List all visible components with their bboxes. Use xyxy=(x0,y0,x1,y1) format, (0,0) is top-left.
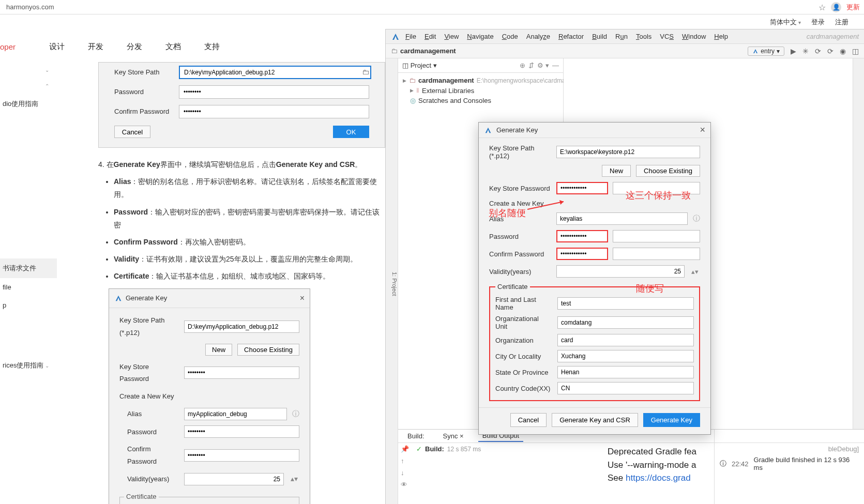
sidebar-item[interactable]: 书请求文件 xyxy=(0,258,57,278)
label-password: Password xyxy=(114,86,174,98)
input-alias[interactable] xyxy=(184,408,287,420)
close-icon[interactable]: × xyxy=(300,291,305,306)
sidebar-item[interactable]: ⌄ xyxy=(0,62,57,78)
nav-develop[interactable]: 开发 xyxy=(88,42,103,52)
menu-refactor[interactable]: Refactor xyxy=(555,32,587,41)
choose-existing-button[interactable]: Choose Existing xyxy=(237,344,299,356)
choose-existing-button[interactable]: Choose Existing xyxy=(636,165,700,177)
debug-icon[interactable]: ✳ xyxy=(802,47,809,55)
menu-analyze[interactable]: Analyze xyxy=(523,32,553,41)
doc-content: Key Store Path 🗀 Password Confirm Passwo… xyxy=(98,62,385,504)
nav-docs[interactable]: 文档 xyxy=(165,42,181,52)
cancel-button[interactable]: Cancel xyxy=(510,413,547,427)
sidebar-item[interactable]: ⌃ xyxy=(0,78,57,94)
stop-icon[interactable]: ◉ xyxy=(840,47,846,55)
arrow-down-icon[interactable]: ↓ xyxy=(401,469,409,477)
sidebar-item[interactable]: p xyxy=(0,296,57,314)
label-keystore-path: Key Store Path (*.p12) xyxy=(119,314,179,339)
input-validity[interactable] xyxy=(184,473,284,485)
pin-icon[interactable]: 📌 xyxy=(401,445,409,453)
input-ks-password[interactable] xyxy=(556,182,608,194)
login-link[interactable]: 登录 xyxy=(811,18,825,27)
coverage-icon[interactable]: ⟳ xyxy=(815,47,821,55)
tree-root[interactable]: ▶🗀 cardmanagement E:\hongmengworkspace\c… xyxy=(401,75,560,85)
generate-key-csr-button[interactable]: Generate Key and CSR xyxy=(552,413,638,427)
ok-button[interactable]: OK xyxy=(333,126,369,138)
new-button[interactable]: New xyxy=(205,344,232,356)
input-ks-password[interactable] xyxy=(184,366,299,379)
input-confirm-password[interactable] xyxy=(179,105,369,118)
new-button[interactable]: New xyxy=(602,165,631,177)
folder-icon[interactable]: 🗀 xyxy=(362,66,369,79)
input-confirm-password-ext[interactable] xyxy=(613,248,700,260)
arrow-up-icon[interactable]: ↑ xyxy=(401,457,409,465)
menu-file[interactable]: File xyxy=(402,32,419,41)
menu-window[interactable]: Window xyxy=(679,32,709,41)
input-keystore-path[interactable] xyxy=(179,66,371,79)
run-config-selector[interactable]: entry ▾ xyxy=(748,47,784,56)
ide-menu-bar: File Edit View Navigate Code Analyze Ref… xyxy=(386,29,864,44)
chevron-down-icon: ⌄ xyxy=(45,363,49,369)
collapse-icon[interactable]: ⇵ xyxy=(528,62,534,69)
close-icon[interactable]: × xyxy=(700,125,705,135)
menu-edit[interactable]: Edit xyxy=(421,32,439,41)
arrow-icon xyxy=(527,199,569,212)
input-country[interactable] xyxy=(557,382,694,394)
generate-key-button[interactable]: Generate Key xyxy=(643,413,700,427)
input-state[interactable] xyxy=(557,366,694,378)
input-name[interactable] xyxy=(557,297,694,310)
spinner-icon[interactable]: ▴▾ xyxy=(289,472,299,485)
menu-help[interactable]: Help xyxy=(711,32,731,41)
profile-icon[interactable]: ⟳ xyxy=(827,47,833,55)
settings-icon[interactable]: ⚙ ▾ xyxy=(537,62,549,69)
sidebar-item[interactable]: file xyxy=(0,278,57,296)
input-keystore-path[interactable] xyxy=(184,320,299,333)
build-panel: Build: Sync × Build Output 📌 ↑ ↓ 👁 ✓ Bui… xyxy=(398,429,864,504)
input-password[interactable] xyxy=(179,85,369,99)
input-password-ext[interactable] xyxy=(613,230,700,242)
input-city[interactable] xyxy=(557,350,694,362)
menu-navigate[interactable]: Navigate xyxy=(464,32,496,41)
run-icon[interactable]: ▶ xyxy=(791,47,796,55)
menu-build[interactable]: Build xyxy=(589,32,610,41)
target-icon[interactable]: ⊕ xyxy=(520,62,525,69)
spinner-icon[interactable]: ▴▾ xyxy=(690,268,700,276)
nav-design[interactable]: 设计 xyxy=(49,42,65,52)
sidebar-item[interactable]: rices使用指南⌄ xyxy=(0,356,57,375)
nav-support[interactable]: 支持 xyxy=(204,42,220,52)
label-validity: Validity(years) xyxy=(127,473,179,485)
input-keystore-path[interactable] xyxy=(556,146,700,158)
label-org: Organization xyxy=(495,337,552,344)
update-button[interactable]: 更新 xyxy=(846,3,860,12)
tree-ext-libs[interactable]: ▶⫴ External Libraries xyxy=(401,85,560,96)
input-org[interactable] xyxy=(557,334,694,346)
menu-view[interactable]: View xyxy=(441,32,462,41)
sidebar-item[interactable]: dio使用指南 xyxy=(0,94,57,114)
menu-run[interactable]: Run xyxy=(612,32,631,41)
label-confirm-password: Confirm Password xyxy=(489,250,551,258)
hide-icon[interactable]: — xyxy=(552,62,559,69)
language-dropdown[interactable]: 简体中文 xyxy=(770,18,801,27)
cancel-button[interactable]: Cancel xyxy=(114,126,150,138)
nav-distribute[interactable]: 分发 xyxy=(127,42,142,52)
help-icon[interactable]: ⓘ xyxy=(292,407,299,420)
menu-code[interactable]: Code xyxy=(499,32,521,41)
input-confirm-password[interactable] xyxy=(556,248,608,260)
user-avatar-icon[interactable]: 👤 xyxy=(831,2,841,12)
input-confirm-password[interactable] xyxy=(184,449,299,462)
input-password[interactable] xyxy=(556,230,608,242)
eye-icon[interactable]: 👁 xyxy=(401,481,409,488)
menu-vcs[interactable]: VCS xyxy=(657,32,677,41)
input-validity[interactable] xyxy=(556,265,685,278)
project-view-dropdown[interactable]: ◫ Project ▾ xyxy=(402,62,437,69)
input-password[interactable] xyxy=(184,425,299,438)
search-icon[interactable]: ◫ xyxy=(852,47,859,55)
menu-tools[interactable]: Tools xyxy=(633,32,655,41)
bookmark-star-icon[interactable]: ☆ xyxy=(818,3,826,12)
help-icon[interactable]: ⓘ xyxy=(693,214,700,223)
left-gutter-project[interactable]: 1: Project xyxy=(386,58,398,504)
input-alias[interactable] xyxy=(556,212,688,225)
register-link[interactable]: 注册 xyxy=(835,18,848,27)
input-ou[interactable] xyxy=(557,316,694,329)
tree-scratches[interactable]: ◎ Scratches and Consoles xyxy=(401,96,560,105)
